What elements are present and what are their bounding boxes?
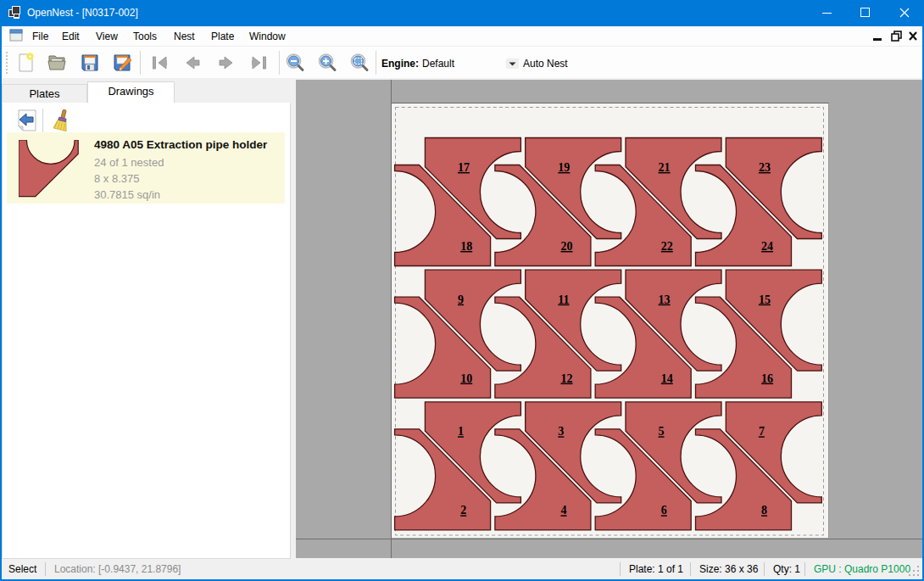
svg-text:24: 24 — [761, 240, 773, 253]
svg-text:9: 9 — [458, 293, 464, 306]
svg-text:14: 14 — [661, 372, 673, 385]
svg-text:16: 16 — [761, 372, 773, 385]
svg-text:23: 23 — [759, 161, 771, 174]
svg-text:10: 10 — [460, 372, 472, 385]
svg-text:3: 3 — [558, 425, 564, 438]
svg-text:22: 22 — [661, 240, 673, 253]
svg-text:17: 17 — [458, 161, 470, 174]
svg-text:4: 4 — [561, 504, 567, 517]
svg-text:5: 5 — [659, 425, 665, 438]
svg-text:20: 20 — [561, 240, 573, 253]
svg-text:21: 21 — [659, 161, 671, 174]
svg-text:12: 12 — [561, 372, 573, 385]
svg-text:6: 6 — [661, 504, 667, 517]
svg-text:18: 18 — [460, 240, 472, 253]
svg-text:1: 1 — [458, 425, 464, 438]
svg-text:8: 8 — [761, 504, 767, 517]
svg-text:7: 7 — [759, 425, 765, 438]
svg-text:13: 13 — [659, 293, 671, 306]
svg-text:15: 15 — [759, 293, 771, 306]
svg-text:11: 11 — [558, 293, 569, 306]
svg-text:2: 2 — [460, 504, 466, 517]
svg-text:19: 19 — [558, 161, 570, 174]
